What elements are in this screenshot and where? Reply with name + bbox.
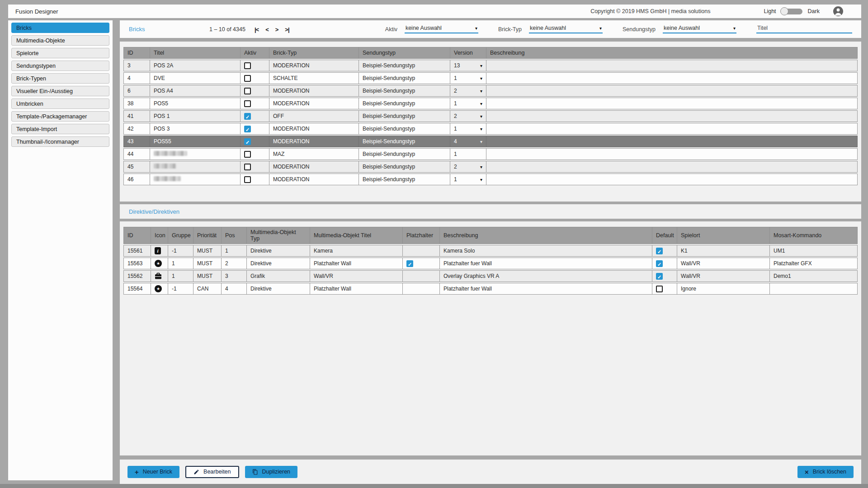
- brick-row[interactable]: 3POS 2AMODERATIONBeispiel-Sendungstyp13▾: [123, 60, 858, 71]
- cell-platzhalter: [402, 270, 439, 282]
- pagination-range: 1 – 10 of 4345: [209, 26, 245, 33]
- aktiv-checkbox[interactable]: ✓: [244, 138, 251, 145]
- column-header: Gruppe: [168, 227, 193, 244]
- bricks-header-bar: Bricks 1 – 10 of 4345 |<<>>| Aktivkeine …: [120, 20, 861, 38]
- aktiv-checkbox[interactable]: [244, 88, 251, 94]
- cell-beschreibung: [486, 174, 858, 185]
- sidebar-item-umbricken[interactable]: Umbricken: [11, 99, 109, 109]
- version-dropdown[interactable]: 1▾: [454, 126, 482, 132]
- main-area: Bricks 1 – 10 of 4345 |<<>>| Aktivkeine …: [120, 20, 861, 484]
- dropdown-value: keine Auswahl: [664, 25, 700, 31]
- cell-version: 2▾: [450, 85, 486, 97]
- filter-dropdown-aktiv[interactable]: keine Auswahl▾: [405, 25, 478, 33]
- cell-version: 1▾: [450, 72, 486, 84]
- cell-spielort: K1: [677, 245, 769, 257]
- direktiven-section-title: Direktive/Direktiven: [129, 208, 179, 215]
- cell-aktiv: ✓: [240, 136, 269, 147]
- plus-icon: +: [135, 468, 139, 476]
- version-dropdown[interactable]: 1▾: [454, 100, 482, 107]
- aktiv-checkbox[interactable]: [244, 75, 251, 82]
- filter-group-aktiv: Aktivkeine Auswahl▾: [385, 25, 478, 33]
- brick-row[interactable]: 4DVESCHALTEBeispiel-Sendungstyp1▾: [123, 72, 858, 84]
- cell-beschreibung: [486, 148, 858, 160]
- version-dropdown[interactable]: 2▾: [454, 113, 482, 119]
- cell-beschreibung: Platzhalter fuer Wall: [439, 258, 652, 269]
- version-dropdown[interactable]: 1▾: [454, 176, 482, 183]
- version-dropdown[interactable]: 13▾: [454, 62, 482, 69]
- user-avatar-icon[interactable]: [833, 6, 843, 16]
- sidebar-item-template-import[interactable]: Template-Import: [11, 124, 109, 134]
- theme-toggle-switch[interactable]: [782, 9, 802, 14]
- cell-id: 15561: [123, 245, 151, 257]
- brick-row[interactable]: 45MODERATIONBeispiel-Sendungstyp2▾: [123, 161, 858, 173]
- bearbeiten-button[interactable]: Bearbeiten: [185, 466, 239, 478]
- aktiv-checkbox[interactable]: ✓: [244, 126, 251, 132]
- default-checkbox[interactable]: [656, 286, 663, 292]
- cell-id: 6: [123, 85, 150, 97]
- platzhalter-checkbox[interactable]: ✓: [406, 260, 413, 267]
- aktiv-checkbox[interactable]: ✓: [244, 113, 251, 120]
- filter-dropdown-sendungstyp[interactable]: keine Auswahl▾: [663, 25, 736, 33]
- brick-row[interactable]: 44MAZBeispiel-Sendungstyp1: [123, 148, 858, 160]
- sidebar-item-spielorte[interactable]: Spielorte: [11, 48, 109, 58]
- version-dropdown[interactable]: 2▾: [454, 88, 482, 94]
- filter-label-aktiv: Aktiv: [385, 26, 397, 33]
- brick-loeschen-label: Brick löschen: [813, 469, 846, 475]
- aktiv-checkbox[interactable]: [244, 151, 251, 158]
- aktiv-checkbox[interactable]: [244, 62, 251, 69]
- cell-id: 45: [123, 161, 150, 173]
- chevron-down-icon: ▾: [480, 127, 482, 131]
- column-header: Platzhalter: [402, 227, 439, 244]
- default-checkbox[interactable]: ✓: [656, 260, 663, 267]
- cell-sendungstyp: Beispiel-Sendungstyp: [359, 60, 450, 71]
- duplizieren-button[interactable]: Duplizieren: [245, 466, 298, 478]
- sidebar-item-thumbnail-iconmanager[interactable]: Thumbnail-/Iconmanager: [11, 136, 109, 147]
- toggle-knob[interactable]: [780, 7, 788, 15]
- chevron-right-icon[interactable]: >: [275, 26, 278, 33]
- cell-beschreibung: Platzhalter fuer Wall: [439, 283, 652, 295]
- direktive-row[interactable]: 15563★1MUST2DirektivePlatzhalter Wall✓Pl…: [123, 258, 858, 269]
- cell-platzhalter: ✓: [402, 258, 439, 269]
- chevron-down-icon: ▾: [475, 26, 477, 31]
- cell-brick-typ: MODERATION: [269, 161, 359, 173]
- version-dropdown[interactable]: 2▾: [454, 164, 482, 170]
- version-dropdown[interactable]: 4▾: [454, 138, 482, 145]
- cell-mm-titel: Platzhalter Wall: [310, 283, 402, 295]
- sidebar-item-sendungstypen[interactable]: Sendungstypen: [11, 61, 109, 71]
- direktive-row[interactable]: 155621MUST3GrafikWall/VROverlay Graphics…: [123, 270, 858, 282]
- version-dropdown[interactable]: 1▾: [454, 75, 482, 81]
- cell-icon: i: [151, 245, 168, 257]
- sidebar-item-brick-typen[interactable]: Brick-Typen: [11, 73, 109, 84]
- brick-row[interactable]: 38POS5MODERATIONBeispiel-Sendungstyp1▾: [123, 98, 858, 109]
- brick-row[interactable]: 42POS 3✓MODERATIONBeispiel-Sendungstyp1▾: [123, 123, 858, 135]
- aktiv-checkbox[interactable]: [244, 176, 251, 183]
- chevron-left-icon[interactable]: <: [265, 26, 269, 33]
- theme-toggle[interactable]: Light Dark: [764, 8, 820, 14]
- column-header: Beschreibung: [486, 47, 858, 59]
- filter-dropdown-brick-typ[interactable]: keine Auswahl▾: [529, 25, 603, 33]
- direktive-row[interactable]: 15564★-1CAN4DirektivePlatzhalter WallPla…: [123, 283, 858, 295]
- sidebar-item-multimedia-objekte[interactable]: Multimedia-Objekte: [11, 35, 109, 46]
- brick-row[interactable]: 41POS 1✓OFFBeispiel-Sendungstyp2▾: [123, 110, 858, 122]
- default-checkbox[interactable]: ✓: [656, 248, 663, 254]
- titel-filter-input[interactable]: [756, 25, 852, 33]
- aktiv-checkbox[interactable]: [244, 100, 251, 107]
- dropdown-value: keine Auswahl: [530, 25, 566, 31]
- default-checkbox[interactable]: ✓: [656, 273, 663, 280]
- aktiv-checkbox[interactable]: [244, 164, 251, 170]
- brick-row[interactable]: 46MODERATIONBeispiel-Sendungstyp1▾: [123, 174, 858, 185]
- brick-row[interactable]: 6POS A4MODERATIONBeispiel-Sendungstyp2▾: [123, 85, 858, 97]
- sidebar-item-visueller-ein-ausstieg[interactable]: Visueller Ein-/Ausstieg: [11, 86, 109, 96]
- filter-group-sendungstyp: Sendungstypkeine Auswahl▾: [623, 25, 736, 33]
- last-page-icon[interactable]: >|: [285, 26, 289, 33]
- sidebar-item-bricks[interactable]: Bricks: [11, 23, 109, 33]
- brick-row[interactable]: 43POS55✓MODERATIONBeispiel-Sendungstyp4▾: [123, 136, 858, 147]
- cell-prioritaet: MUST: [193, 270, 221, 282]
- direktive-row[interactable]: 15561i-1MUST1DirektiveKameraKamera Solo✓…: [123, 245, 858, 257]
- brick-loeschen-button[interactable]: × Brick löschen: [797, 466, 854, 478]
- neuer-brick-button[interactable]: + Neuer Brick: [127, 466, 179, 478]
- cell-aktiv: [240, 161, 269, 173]
- cell-aktiv: [240, 85, 269, 97]
- first-page-icon[interactable]: |<: [255, 26, 259, 33]
- sidebar-item-template-packagemanager[interactable]: Template-/Packagemanager: [11, 111, 109, 122]
